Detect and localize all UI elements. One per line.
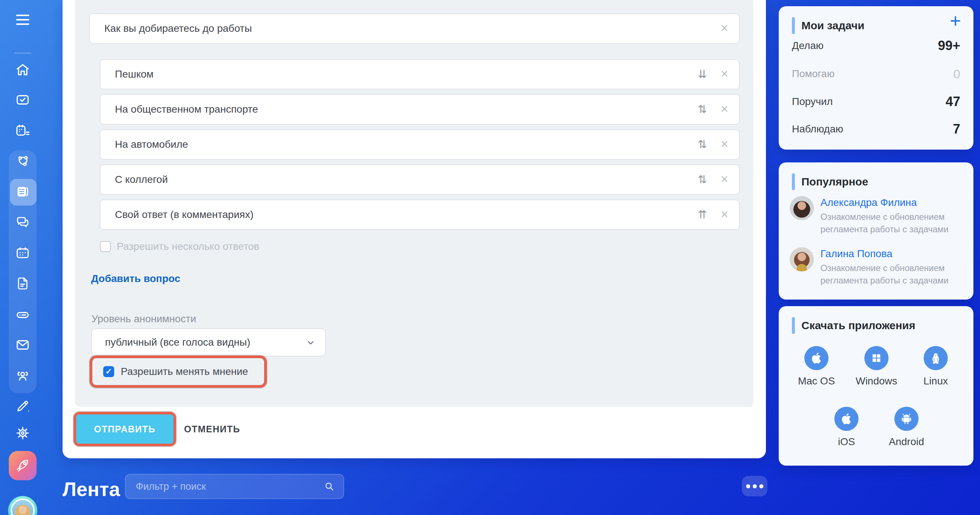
poll-option-field[interactable]: С коллегой ⇅ ×	[100, 165, 740, 195]
sidebar-item-planner[interactable]	[14, 122, 32, 139]
sidebar-item-settings[interactable]	[14, 424, 32, 442]
home-icon	[15, 62, 30, 78]
app-ios[interactable]: iOS	[821, 407, 872, 448]
sort-updown-icon[interactable]: ⇅	[698, 130, 707, 159]
card-header: Скачать приложения	[792, 317, 915, 334]
remove-option-icon[interactable]: ×	[721, 95, 728, 123]
poll-option-field[interactable]: На автомобиле ⇅ ×	[100, 129, 740, 159]
accent-bar	[792, 317, 795, 334]
rocket-button[interactable]	[9, 451, 37, 480]
feed-title: Лента	[62, 478, 120, 501]
poll-option-field[interactable]: Свой ответ (в комментариях) ⇈ ×	[100, 200, 740, 230]
sort-down-icon[interactable]: ⇊	[698, 60, 707, 89]
share-network-icon	[15, 154, 30, 169]
app-android[interactable]: Android	[881, 407, 932, 448]
avatar[interactable]	[790, 247, 814, 272]
card-header: Мои задачи	[792, 17, 864, 34]
menu-icon[interactable]	[16, 14, 29, 25]
sidebar-item-mail[interactable]	[14, 336, 32, 354]
drive-icon	[15, 307, 30, 323]
sidebar-item-drive[interactable]	[14, 306, 32, 324]
remove-option-icon[interactable]: ×	[721, 165, 728, 193]
apple-icon	[804, 346, 829, 370]
calendar-icon	[15, 245, 30, 261]
task-row-watching[interactable]: Наблюдаю 7	[792, 122, 960, 137]
sidebar-item-documents[interactable]	[14, 275, 32, 292]
my-tasks-card: Мои задачи + Делаю 99+ Помогаю 0 Поручил…	[779, 6, 974, 149]
task-row-doing[interactable]: Делаю 99+	[792, 38, 960, 53]
add-question-link[interactable]: Добавить вопрос	[91, 273, 180, 285]
app-windows[interactable]: Windows	[851, 346, 902, 387]
sort-up-icon[interactable]: ⇈	[698, 200, 707, 229]
app-linux[interactable]: Linux	[910, 346, 961, 387]
sidebar-item-feed[interactable]	[14, 183, 32, 200]
avatar	[11, 499, 35, 515]
avatar[interactable]	[790, 196, 814, 220]
task-label: Поручил	[792, 96, 833, 108]
app-label: Android	[881, 436, 932, 448]
multi-answer-checkbox[interactable]	[100, 241, 111, 252]
change-opinion-checkbox[interactable]: ✓	[103, 366, 114, 377]
download-apps-card: Скачать приложения Mac OS Windows	[779, 306, 974, 466]
task-row-helping[interactable]: Помогаю 0	[792, 67, 960, 81]
task-count: 0	[953, 67, 960, 81]
submit-button[interactable]: ОТПРАВИТЬ	[76, 415, 173, 443]
sort-updown-icon[interactable]: ⇅	[698, 165, 707, 194]
task-label: Делаю	[792, 40, 824, 52]
accent-bar	[792, 173, 795, 190]
document-icon	[15, 276, 30, 291]
app-macos[interactable]: Mac OS	[791, 346, 842, 387]
more-options-button[interactable]	[742, 476, 767, 496]
add-task-button[interactable]: +	[950, 11, 961, 30]
sidebar-item-home[interactable]	[14, 61, 32, 79]
sidebar-item-edit[interactable]	[14, 397, 32, 415]
popular-person-link[interactable]: Галина Попова	[821, 248, 892, 260]
apple-icon	[834, 407, 859, 431]
search-input[interactable]	[125, 474, 344, 499]
remove-option-icon[interactable]: ×	[721, 200, 728, 228]
sidebar-item-chat[interactable]	[14, 214, 32, 231]
popular-card: Популярное Александра Филина Ознакомлени…	[779, 162, 974, 300]
popular-person-link[interactable]: Александра Филина	[821, 197, 917, 208]
sidebar-item-tasks[interactable]	[14, 91, 32, 109]
app-label: Linux	[910, 375, 961, 387]
check-square-icon	[15, 92, 30, 108]
sidebar-item-people[interactable]	[14, 367, 32, 385]
app-label: Mac OS	[791, 375, 842, 387]
cancel-button[interactable]: ОТМЕНИТЬ	[184, 412, 240, 446]
anonymity-label: Уровень анонимности	[91, 313, 196, 325]
remove-option-icon[interactable]: ×	[721, 60, 728, 88]
poll-option-value: Свой ответ (в комментариях)	[115, 200, 254, 229]
poll-option-field[interactable]: Пешком ⇊ ×	[100, 59, 740, 89]
remove-option-icon[interactable]: ×	[721, 130, 728, 158]
poll-option-value: На общественном транспорте	[115, 95, 258, 124]
sort-updown-icon[interactable]: ⇅	[698, 95, 707, 124]
sidebar-divider	[14, 52, 32, 53]
poll-option-field[interactable]: На общественном транспорте ⇅ ×	[100, 94, 740, 124]
sidebar-item-calendar[interactable]	[14, 244, 32, 262]
windows-icon	[864, 346, 889, 370]
accent-bar	[792, 17, 795, 34]
poll-question-field[interactable]: Как вы добираетесь до работы ×	[89, 14, 740, 43]
task-row-assigned[interactable]: Поручил 47	[792, 94, 960, 109]
anonymity-value: публичный (все голоса видны)	[105, 329, 250, 356]
popular-person-desc: Ознакомление с обновлением регламента ра…	[821, 211, 956, 235]
remove-question-icon[interactable]: ×	[721, 14, 728, 42]
profile-avatar[interactable]	[8, 496, 37, 515]
feed-search	[125, 474, 344, 499]
anonymity-select[interactable]: публичный (все голоса видны)	[91, 329, 326, 356]
search-icon	[323, 481, 335, 492]
multi-answer-row: Разрешить несколько ответов	[100, 241, 259, 253]
multi-answer-label: Разрешить несколько ответов	[117, 241, 259, 253]
sidebar-item-share[interactable]	[14, 153, 32, 170]
change-opinion-highlight: ✓ Разрешить менять мнение	[90, 356, 267, 388]
app-label: iOS	[821, 436, 872, 448]
card-header: Популярное	[792, 173, 868, 190]
submit-highlight: ОТПРАВИТЬ	[73, 412, 176, 446]
download-apps-title: Скачать приложения	[802, 319, 915, 332]
task-count: 47	[946, 94, 960, 110]
poll-option-value: Пешком	[115, 60, 154, 89]
my-tasks-title: Мои задачи	[802, 19, 864, 32]
pencil-icon	[15, 398, 30, 414]
poll-editor-card: Как вы добираетесь до работы × Пешком ⇊ …	[62, 0, 766, 458]
